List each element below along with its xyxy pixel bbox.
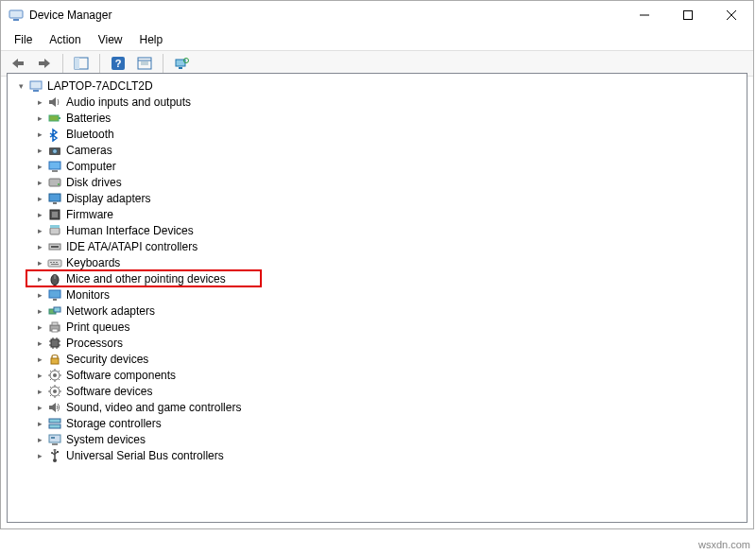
device-category[interactable]: ▸Universal Serial Bus controllers [11,447,747,463]
maximize-button[interactable] [666,1,710,29]
expand-icon[interactable]: ▸ [34,370,45,381]
expand-icon[interactable]: ▸ [34,113,45,124]
svg-rect-45 [53,299,57,301]
device-tree-panel[interactable]: ▾LAPTOP-7ADCLT2D▸Audio inputs and output… [7,73,747,523]
expand-icon[interactable]: ▸ [34,193,45,204]
menu-action[interactable]: Action [42,31,88,48]
svg-text:?: ? [115,58,122,69]
close-button[interactable] [710,1,753,29]
expand-icon[interactable]: ▸ [34,386,45,397]
svg-rect-51 [51,339,59,347]
keyboard-icon [47,255,62,270]
device-category[interactable]: ▸Computer [11,158,747,174]
show-hide-tree-button[interactable] [70,53,93,74]
software-icon [47,368,62,383]
hid-icon [47,223,62,238]
device-category-label: Disk drives [66,176,122,189]
device-category-label: Firmware [66,208,113,221]
expand-icon[interactable]: ▸ [34,418,45,429]
minimize-button[interactable] [623,1,666,29]
properties-button[interactable] [133,53,156,74]
device-category[interactable]: ▸Processors [11,335,747,351]
menu-help[interactable]: Help [132,31,171,48]
device-category[interactable]: ▸Display adapters [11,190,747,206]
window-controls [623,1,753,29]
menu-file[interactable]: File [7,31,40,48]
mouse-icon [47,271,62,286]
device-category[interactable]: ▸Network adapters [11,303,747,319]
expand-icon[interactable]: ▸ [34,321,45,333]
toolbar-separator [62,54,63,73]
device-category[interactable]: ▸Firmware [11,206,747,222]
expand-icon[interactable]: ▸ [34,209,45,220]
expand-icon[interactable]: ▸ [34,305,45,317]
usb-icon [47,448,62,463]
device-category[interactable]: ▸Audio inputs and outputs [11,94,747,110]
svg-rect-21 [49,115,59,121]
app-icon [9,8,24,23]
help-button[interactable]: ? [107,53,129,74]
expand-icon[interactable]: ▸ [34,402,45,413]
back-button[interactable] [7,53,29,74]
device-category[interactable]: ▸Disk drives [11,174,747,190]
menu-view[interactable]: View [91,31,130,48]
expand-icon[interactable]: ▸ [34,96,45,108]
device-category-label: Security devices [66,353,148,366]
device-category[interactable]: ▸Security devices [11,351,747,367]
collapse-icon[interactable]: ▾ [15,80,26,92]
expand-icon[interactable]: ▸ [34,338,45,349]
forward-button[interactable] [33,53,56,74]
device-category[interactable]: ▸Software components [11,367,747,383]
svg-rect-26 [52,170,58,172]
svg-rect-37 [48,260,61,267]
svg-rect-69 [51,437,55,439]
expand-icon[interactable]: ▸ [34,273,45,285]
device-category[interactable]: ▸Mice and other pointing devices [11,270,747,286]
expand-icon[interactable]: ▸ [34,434,45,445]
disk-icon [47,175,62,190]
expand-icon[interactable]: ▸ [34,354,45,365]
titlebar-left: Device Manager [9,8,112,23]
device-category-label: Mice and other pointing devices [66,272,226,286]
menubar: File Action View Help [1,29,753,50]
device-category-label: Universal Serial Bus controllers [66,449,224,462]
device-category[interactable]: ▸Storage controllers [11,415,747,431]
expand-icon[interactable]: ▸ [34,289,45,301]
device-manager-window: Device Manager File Action View Help ? [0,0,754,529]
display-icon [47,191,62,206]
device-category[interactable]: ▸Human Interface Devices [11,222,747,238]
device-category[interactable]: ▸Cameras [11,142,747,158]
device-category[interactable]: ▸System devices [11,431,747,447]
expand-icon[interactable]: ▸ [34,450,45,461]
expand-icon[interactable]: ▸ [34,177,45,188]
device-category[interactable]: ▸Software devices [11,383,747,399]
expand-icon[interactable]: ▸ [34,241,45,252]
svg-rect-34 [50,225,60,228]
tree-root[interactable]: ▾LAPTOP-7ADCLT2D [11,78,747,94]
device-category[interactable]: ▸Batteries [11,110,747,126]
expand-icon[interactable]: ▸ [34,145,45,156]
device-category-label: Bluetooth [66,128,114,141]
device-category[interactable]: ▸Bluetooth [11,126,747,142]
svg-rect-73 [57,451,59,453]
device-category-label: Software components [66,369,176,382]
expand-icon[interactable]: ▸ [34,129,45,140]
svg-rect-38 [50,262,52,263]
scan-hardware-button[interactable] [170,53,193,74]
svg-rect-32 [52,212,58,217]
device-category[interactable]: ▸IDE ATA/ATAPI controllers [11,238,747,254]
svg-point-70 [53,459,57,462]
device-category[interactable]: ▸Print queues [11,319,747,335]
svg-rect-6 [18,61,24,65]
device-category[interactable]: ▸Keyboards [11,254,747,270]
device-category[interactable]: ▸Monitors [11,286,747,303]
device-category-label: IDE ATA/ATAPI controllers [66,240,198,253]
svg-point-72 [51,452,53,454]
expand-icon[interactable]: ▸ [34,257,45,268]
svg-rect-41 [51,264,59,265]
expand-icon[interactable]: ▸ [34,225,45,236]
device-category[interactable]: ▸Sound, video and game controllers [11,399,747,415]
computer-icon [28,78,43,94]
svg-rect-7 [39,61,44,65]
expand-icon[interactable]: ▸ [34,161,45,172]
